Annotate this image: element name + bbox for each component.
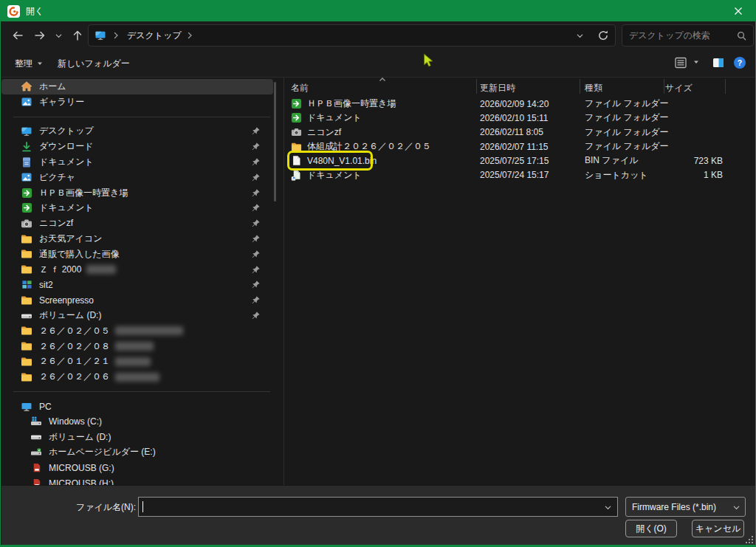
- file-row[interactable]: ドキュメント2025/07/24 15:17ショートカット1 KB: [285, 168, 756, 182]
- file-row[interactable]: ニコンzf2026/02/11 8:05ファイル フォルダー: [285, 125, 756, 140]
- sidebar-item[interactable]: お天気アイコン: [1, 231, 273, 247]
- sidebar-item[interactable]: ギャラリー: [1, 94, 273, 110]
- column-header-type[interactable]: 種類: [585, 82, 602, 94]
- pin-icon[interactable]: [251, 250, 261, 259]
- file-name: ドキュメント: [307, 111, 362, 124]
- sidebar-item[interactable]: ２６／０２／０５: [1, 323, 273, 339]
- search-placeholder: デスクトップの検索: [629, 30, 737, 42]
- new-folder-button[interactable]: 新しいフォルダー: [58, 55, 130, 72]
- sidebar-scrollbar[interactable]: [274, 82, 276, 202]
- sidebar-item[interactable]: MICROUSB (H:): [1, 475, 273, 485]
- column-divider[interactable]: [664, 79, 664, 94]
- sidebar-item[interactable]: ボリューム (D:): [1, 308, 273, 323]
- file-row[interactable]: ドキュメント2026/02/10 15:11ファイル フォルダー: [285, 111, 756, 125]
- pin-icon[interactable]: [251, 142, 261, 151]
- column-divider[interactable]: [725, 79, 726, 94]
- column-header-date[interactable]: 更新日時: [480, 82, 515, 94]
- file-cell-date: 2026/02/09 14:20: [480, 97, 574, 111]
- chevron-down-icon[interactable]: [604, 503, 612, 512]
- preview-pane-button[interactable]: [712, 56, 725, 69]
- sidebar-item[interactable]: ピクチャ: [1, 170, 273, 185]
- sidebar-separator: [13, 391, 270, 392]
- search-box[interactable]: デスクトップの検索: [622, 24, 754, 47]
- sidebar-item-label: ２６／０１／２１: [39, 355, 110, 368]
- pin-icon[interactable]: [251, 234, 261, 244]
- view-mode-caret[interactable]: [693, 59, 699, 65]
- drive-icon: [30, 431, 42, 443]
- address-bar[interactable]: デスクトップ: [88, 24, 616, 47]
- breadcrumb-desktop[interactable]: デスクトップ: [127, 30, 182, 42]
- history-dropdown-button[interactable]: [49, 28, 68, 43]
- open-button[interactable]: 開く(O): [625, 520, 677, 537]
- caret-down-icon: [37, 61, 43, 66]
- pin-icon[interactable]: [251, 295, 261, 305]
- sidebar-item[interactable]: ２６／０２／０６: [1, 369, 273, 385]
- up-button[interactable]: [68, 28, 87, 43]
- sidebar-item[interactable]: 通販で購入した画像: [1, 247, 273, 262]
- forward-button[interactable]: [30, 28, 49, 43]
- pc-icon: [21, 401, 32, 413]
- sidebar-item[interactable]: ホーム: [1, 79, 273, 94]
- sidebar-item[interactable]: ボリューム (D:): [1, 430, 273, 445]
- chevron-right-icon[interactable]: [186, 32, 193, 39]
- close-button[interactable]: [721, 1, 755, 21]
- organize-button[interactable]: 整理: [15, 55, 43, 72]
- column-header-name[interactable]: 名前: [291, 82, 309, 94]
- pin-icon[interactable]: [251, 188, 261, 198]
- file-row[interactable]: 体組成計２０２６／０２／０５2026/02/07 11:15ファイル フォルダー: [285, 140, 756, 154]
- folder-icon: [21, 371, 32, 383]
- sidebar-item[interactable]: Screenpresso: [1, 292, 273, 308]
- file-cell-name: 体組成計２０２６／０２／０５: [291, 140, 471, 154]
- sidebar-item-label: ドキュメント: [39, 156, 94, 168]
- file-cell-date: 2026/02/11 8:05: [480, 125, 574, 140]
- sidebar-item[interactable]: ＨＰＢ画像一時置き場: [1, 185, 273, 201]
- pin-icon[interactable]: [251, 311, 261, 320]
- pin-icon[interactable]: [251, 126, 261, 136]
- address-dropdown-icon[interactable]: [576, 32, 584, 40]
- view-mode-button[interactable]: [674, 56, 687, 69]
- shortcut-folder-icon: [291, 112, 302, 123]
- filename-label: ファイル名(N):: [1, 501, 136, 514]
- sidebar-item[interactable]: ニコンzf: [1, 216, 273, 231]
- sidebar-item[interactable]: ドキュメント: [1, 201, 273, 216]
- sidebar-item[interactable]: ２６／０１／２１: [1, 354, 273, 370]
- pin-icon[interactable]: [251, 219, 261, 228]
- pin-icon[interactable]: [251, 265, 261, 275]
- sidebar-item[interactable]: ２６／０２／０８: [1, 339, 273, 354]
- sidebar-item[interactable]: Windows (C:): [1, 414, 273, 430]
- cancel-button[interactable]: キャンセル: [692, 520, 744, 537]
- column-header-size[interactable]: サイズ: [665, 82, 693, 94]
- file-row[interactable]: ＨＰＢ画像一時置き場2026/02/09 14:20ファイル フォルダー: [285, 97, 756, 111]
- file-row[interactable]: V480N_V1.01.bin2025/07/25 17:15BIN ファイル7…: [285, 154, 756, 168]
- sidebar-item[interactable]: PC: [1, 399, 273, 414]
- help-button[interactable]: ?: [733, 56, 746, 69]
- column-divider[interactable]: [580, 79, 580, 94]
- navigation-bar: デスクトップ デスクトップの検索: [1, 21, 756, 49]
- sidebar-item-label: ２６／０２／０８: [39, 340, 110, 353]
- search-icon[interactable]: [737, 31, 746, 41]
- pin-icon[interactable]: [251, 280, 261, 289]
- pin-icon[interactable]: [251, 203, 261, 213]
- pin-icon[interactable]: [251, 157, 261, 167]
- cancel-button-label: キャンセル: [695, 523, 740, 535]
- sidebar-item[interactable]: Ｚ ｆ 2000: [1, 262, 273, 278]
- column-divider[interactable]: [476, 79, 477, 94]
- filetype-select[interactable]: Firmware Files (*.bin): [625, 497, 746, 517]
- filename-input[interactable]: [138, 497, 618, 517]
- sidebar-item[interactable]: ホームページビルダー (E:): [1, 445, 273, 461]
- folder-icon: [21, 356, 32, 368]
- help-icon: ?: [733, 56, 746, 69]
- back-button[interactable]: [8, 28, 27, 43]
- refresh-icon[interactable]: [597, 30, 609, 41]
- sidebar-item[interactable]: ダウンロード: [1, 139, 273, 154]
- window-border-bottom: [1, 545, 755, 546]
- sidebar-item[interactable]: ドキュメント: [1, 154, 273, 170]
- pin-icon[interactable]: [251, 173, 261, 182]
- text-caret: [142, 501, 143, 512]
- sidebar-item-label: sit2: [39, 280, 53, 290]
- sidebar-item[interactable]: sit2: [1, 278, 273, 293]
- file-cell-type: ファイル フォルダー: [585, 111, 659, 125]
- sidebar-item[interactable]: デスクトップ: [1, 124, 273, 140]
- sidebar-item[interactable]: MICROUSB (G:): [1, 460, 273, 475]
- resize-grip-icon[interactable]: [745, 535, 754, 544]
